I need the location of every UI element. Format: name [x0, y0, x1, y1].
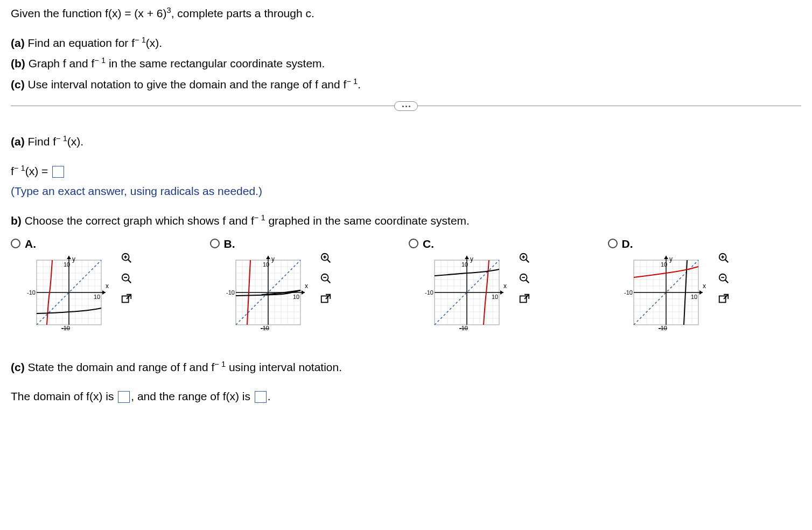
answer-input-a[interactable] — [52, 166, 64, 178]
graph-options: A. y — [11, 238, 801, 331]
part-c-sentence: The domain of f(x) is , and the range of… — [11, 388, 801, 405]
svg-line-113 — [526, 280, 529, 283]
graph-a: y x 10 -10 -10 10 — [25, 250, 114, 331]
radio-c[interactable] — [409, 239, 418, 248]
svg-line-74 — [327, 280, 330, 283]
range-input[interactable] — [255, 391, 267, 403]
zoom-in-icon[interactable] — [716, 250, 731, 266]
part-a-desc: (a) Find an equation for f− 1(x). — [11, 34, 801, 52]
svg-marker-100 — [465, 256, 469, 259]
radio-a[interactable] — [11, 239, 20, 248]
svg-text:-10: -10 — [624, 289, 633, 296]
svg-line-31 — [128, 260, 131, 263]
svg-line-152 — [725, 280, 728, 283]
radio-b[interactable] — [210, 239, 220, 248]
option-b: B. y — [210, 238, 404, 331]
popout-icon[interactable] — [517, 291, 532, 306]
svg-marker-22 — [67, 256, 71, 259]
svg-text:y: y — [669, 255, 673, 263]
svg-text:-10: -10 — [27, 289, 36, 296]
svg-text:x: x — [305, 282, 308, 290]
svg-marker-20 — [102, 290, 106, 295]
popout-icon[interactable] — [119, 291, 134, 306]
svg-text:-10: -10 — [226, 289, 235, 296]
svg-line-148 — [725, 260, 728, 263]
svg-text:10: 10 — [293, 294, 299, 300]
part-a-hint: (Type an exact answer, using radicals as… — [11, 183, 801, 200]
part-a-prompt: (a) Find f− 1(x). — [11, 132, 801, 150]
option-b-label: B. — [224, 238, 237, 250]
graph-d: y x 10 -10 -10 10 — [622, 250, 711, 331]
svg-text:-10: -10 — [61, 325, 70, 331]
svg-text:x: x — [703, 282, 706, 290]
option-c-label: C. — [423, 238, 436, 250]
radio-d[interactable] — [608, 239, 618, 248]
svg-marker-61 — [266, 256, 270, 259]
domain-input[interactable] — [118, 391, 130, 403]
part-b-prompt: b) Choose the correct graph which shows … — [11, 212, 801, 229]
zoom-out-icon[interactable] — [716, 271, 731, 286]
popout-icon[interactable] — [716, 291, 731, 306]
option-a: A. y — [11, 238, 205, 331]
zoom-out-icon[interactable] — [517, 271, 532, 286]
graph-c: y x 10 -10 -10 10 — [423, 250, 512, 331]
svg-text:10: 10 — [94, 294, 100, 300]
option-d: D. y x — [608, 238, 802, 331]
zoom-in-icon[interactable] — [318, 250, 333, 266]
problem-intro: Given the function f(x) = (x + 6)3, comp… — [11, 4, 801, 22]
svg-line-35 — [128, 280, 131, 283]
svg-text:10: 10 — [263, 261, 269, 268]
zoom-in-icon[interactable] — [517, 250, 532, 266]
svg-text:-10: -10 — [659, 325, 667, 331]
option-c: C. y x — [409, 238, 603, 331]
svg-text:x: x — [106, 282, 109, 290]
zoom-out-icon[interactable] — [119, 271, 134, 286]
part-a-equation: f− 1(x) = — [11, 162, 801, 180]
popout-icon[interactable] — [318, 291, 333, 306]
zoom-in-icon[interactable] — [119, 250, 134, 266]
svg-text:10: 10 — [691, 294, 697, 300]
part-c-desc: (c) Use interval notation to give the do… — [11, 75, 801, 93]
svg-text:-10: -10 — [261, 325, 269, 331]
svg-text:y: y — [72, 255, 75, 263]
svg-text:10: 10 — [661, 261, 667, 268]
svg-text:-10: -10 — [425, 289, 433, 296]
svg-marker-59 — [302, 290, 305, 295]
svg-line-109 — [526, 260, 529, 263]
part-c-prompt: (c) State the domain and range of f and … — [11, 358, 801, 376]
svg-text:x: x — [503, 282, 507, 290]
graph-b: y x 10 -10 -10 10 — [224, 250, 313, 331]
collapse-toggle[interactable] — [394, 101, 418, 111]
svg-rect-76 — [321, 296, 327, 303]
option-a-label: A. — [25, 238, 38, 250]
svg-line-70 — [327, 260, 330, 263]
svg-text:y: y — [470, 255, 473, 263]
svg-text:y: y — [271, 255, 275, 263]
part-b-desc: (b) Graph f and f− 1 in the same rectang… — [11, 54, 801, 72]
svg-text:10: 10 — [492, 294, 498, 300]
svg-text:-10: -10 — [459, 325, 468, 331]
svg-text:10: 10 — [64, 261, 70, 268]
svg-marker-137 — [699, 290, 703, 295]
svg-marker-98 — [500, 290, 503, 295]
svg-rect-115 — [520, 296, 527, 303]
svg-marker-139 — [664, 256, 668, 259]
svg-rect-37 — [122, 296, 129, 303]
svg-text:10: 10 — [461, 261, 468, 268]
svg-rect-154 — [719, 296, 725, 303]
zoom-out-icon[interactable] — [318, 271, 333, 286]
option-d-label: D. — [622, 238, 635, 250]
